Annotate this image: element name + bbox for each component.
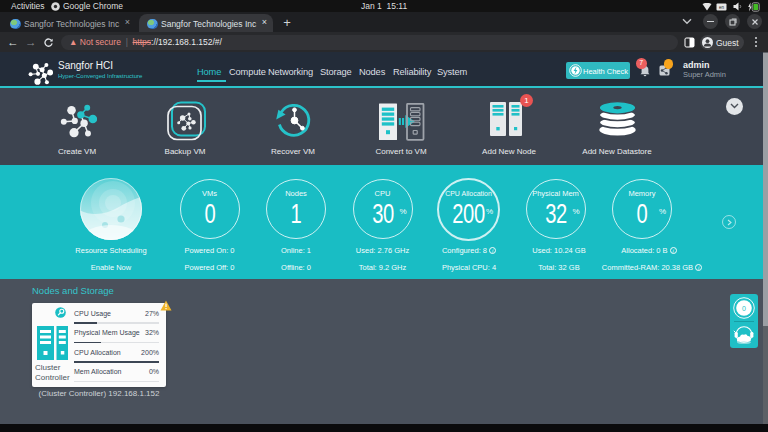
svg-text:0: 0: [742, 305, 746, 312]
svg-text:en: en: [719, 4, 725, 9]
